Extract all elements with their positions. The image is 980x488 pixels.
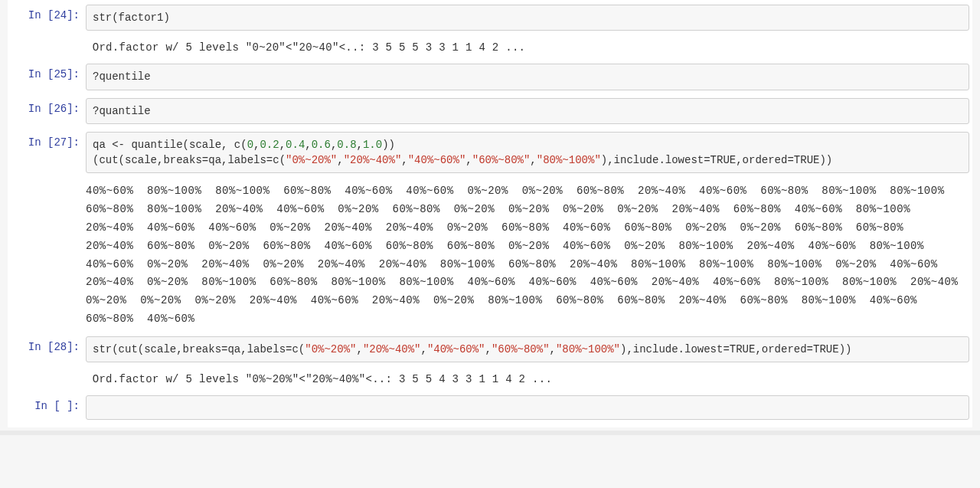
output-spacer: [11, 178, 80, 328]
code-input-24[interactable]: str(factor1): [86, 5, 969, 31]
code-28-str-0: "0%~20%": [305, 343, 356, 355]
code-input-26[interactable]: ?quantile: [86, 98, 969, 124]
comma: ,: [356, 343, 362, 355]
code-text-25: ?quentile: [93, 70, 151, 83]
code-cell-28[interactable]: In [28]: str(cut(scale,breaks=qa,labels=…: [11, 336, 969, 362]
notebook: In [24]: str(factor1) Ord.factor w/ 5 le…: [8, 0, 972, 427]
output-row-28: Ord.factor w/ 5 levels "0%~20%"<"20%~40%…: [11, 367, 969, 388]
output-spacer: [11, 367, 80, 388]
notebook-bottom-bar: [0, 431, 980, 435]
comma: ,: [401, 154, 407, 166]
code-cell-27[interactable]: In [27]: qa <- quantile(scale, c(0,0.2,0…: [11, 132, 969, 174]
output-row-24: Ord.factor w/ 5 levels "0~20"<"20~40"<..…: [11, 35, 969, 56]
code-cell-26[interactable]: In [26]: ?quantile: [11, 98, 969, 124]
code-27-num-3: 0.6: [312, 139, 331, 151]
code-cell-25[interactable]: In [25]: ?quentile: [11, 64, 969, 90]
comma: ,: [337, 154, 343, 166]
code-input-28[interactable]: str(cut(scale,breaks=qa,labels=c("0%~20%…: [86, 336, 969, 362]
output-24: Ord.factor w/ 5 levels "0~20"<"20~40"<..…: [80, 35, 969, 56]
output-28: Ord.factor w/ 5 levels "0%~20%"<"20%~40%…: [80, 367, 969, 388]
comma: ,: [466, 154, 472, 166]
code-input-27[interactable]: qa <- quantile(scale, c(0,0.2,0.4,0.6,0.…: [86, 132, 969, 174]
output-spacer: [11, 35, 80, 56]
code-28-a: str(cut(scale,breaks=qa,labels=c(: [93, 343, 305, 355]
comma: ,: [485, 343, 492, 355]
comma: ,: [530, 154, 536, 166]
code-27-str-0: "0%~20%": [286, 154, 337, 166]
cell-prompt-25: In [25]:: [11, 64, 86, 90]
cell-prompt-24: In [24]:: [11, 5, 86, 31]
code-27-str-3: "60%~80%": [472, 154, 531, 166]
code-27-num-0: 0: [247, 139, 253, 151]
code-28-str-2: "40%~60%": [427, 343, 485, 355]
code-28-str-4: "80%~100%": [556, 343, 620, 355]
comma: ,: [279, 139, 286, 151]
code-27-num-5: 1.0: [363, 139, 382, 151]
code-cell-empty[interactable]: In [ ]:: [11, 395, 969, 420]
code-27-str-4: "80%~100%": [537, 154, 601, 166]
output-row-27: 40%~60% 80%~100% 80%~100% 60%~80% 40%~60…: [11, 178, 969, 328]
code-27-num-1: 0.2: [260, 139, 279, 151]
code-cell-24[interactable]: In [24]: str(factor1): [11, 5, 969, 31]
code-28-str-3: "60%~80%": [492, 343, 550, 355]
cell-prompt-26: In [26]:: [11, 98, 86, 124]
code-27-num-2: 0.4: [286, 139, 305, 151]
code-27-l2-b: ),include.lowest=TRUE,ordered=TRUE)): [601, 154, 832, 166]
code-28-str-1: "20%~40%": [363, 343, 421, 355]
code-27-l1-b: )): [382, 139, 395, 151]
code-text-26: ?quantile: [93, 105, 151, 117]
comma: ,: [550, 343, 556, 355]
comma: ,: [421, 343, 427, 355]
code-text-24: str(factor1): [93, 11, 170, 24]
code-input-empty[interactable]: [86, 395, 969, 420]
cell-prompt-27: In [27]:: [11, 132, 86, 174]
code-27-str-2: "40%~60%": [408, 154, 466, 166]
code-27-l1-a: qa <- quantile(scale, c(: [93, 139, 247, 151]
code-28-b: ),include.lowest=TRUE,ordered=TRUE)): [620, 343, 851, 355]
comma: ,: [357, 139, 363, 151]
code-27-num-4: 0.8: [337, 139, 356, 151]
cell-prompt-empty: In [ ]:: [11, 395, 86, 420]
code-27-l2-a: (cut(scale,breaks=qa,labels=c(: [93, 154, 286, 166]
code-input-25[interactable]: ?quentile: [86, 64, 969, 90]
cell-prompt-28: In [28]:: [11, 336, 86, 362]
code-27-str-1: "20%~40%": [344, 154, 402, 166]
output-27: 40%~60% 80%~100% 80%~100% 60%~80% 40%~60…: [80, 178, 969, 328]
comma: ,: [305, 139, 311, 151]
